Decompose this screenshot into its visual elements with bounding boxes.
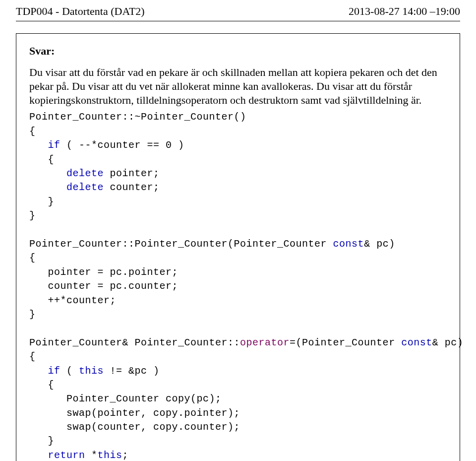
page: TDP004 - Datortenta (DAT2) 2013-08-27 14… [0,0,476,461]
code-text: & pc) [364,238,395,250]
code-line: { [29,154,54,165]
code-text: pointer; [104,168,160,179]
code-keyword: if [48,139,60,151]
code-function: operator [240,337,290,348]
code-line [29,450,48,461]
code-keyword: const [401,337,432,348]
code-line: } [29,196,54,207]
code-line: swap(pointer, copy.pointer); [29,407,240,419]
code-line: { [29,351,36,362]
code-line: { [29,252,36,263]
code-line: { [29,126,36,137]
code-keyword: this [98,450,122,461]
code-keyword: const [333,238,364,250]
code-line: Pointer_Counter copy(pc); [29,393,222,404]
code-keyword: return [48,450,85,461]
code-text: ( [60,365,79,377]
page-header: TDP004 - Datortenta (DAT2) 2013-08-27 14… [16,5,460,18]
answer-box: Svar: Du visar att du förstår vad en pek… [16,33,460,461]
code-text: * [85,450,98,461]
code-line: counter = pc.counter; [29,280,178,292]
code-keyword: delete [66,168,104,179]
answer-body: Du visar att du förstår vad en pekare är… [29,66,447,107]
code-line: Pointer_Counter& Pointer_Counter:: [29,337,240,348]
code-line [29,168,66,179]
code-line [29,365,48,377]
code-keyword: if [48,365,60,377]
code-text: =(Pointer_Counter [290,337,401,348]
code-line: ++*counter; [29,295,116,306]
header-right: 2013-08-27 14:00 –19:00 [349,5,460,18]
code-line: } [29,210,36,221]
code-text: counter; [104,182,160,193]
code-line: Pointer_Counter::~Pointer_Counter() [29,111,246,123]
code-line: swap(counter, copy.counter); [29,421,240,433]
header-rule [16,21,460,21]
code-line: } [29,435,54,447]
code-line [29,139,48,151]
code-text: != &pc ) [104,365,160,377]
code-text: ; [122,450,129,461]
code-line: Pointer_Counter::Pointer_Counter(Pointer… [29,238,333,250]
code-line [29,182,66,193]
code-line: pointer = pc.pointer; [29,266,178,278]
code-keyword: this [79,365,104,377]
code-text: ( --*counter == 0 ) [60,139,184,151]
code-text: & pc) [432,337,464,348]
code-keyword: delete [66,182,104,193]
answer-label: Svar: [29,45,447,58]
code-line: { [29,379,54,391]
code-block: Pointer_Counter::~Pointer_Counter() { if… [29,110,447,461]
code-line: } [29,309,36,320]
header-left: TDP004 - Datortenta (DAT2) [16,5,145,18]
